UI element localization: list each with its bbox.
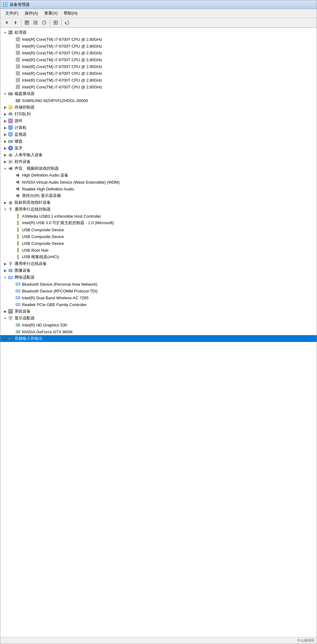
svg-rect-116: [17, 242, 19, 243]
tree-item-usb4[interactable]: USB Composite Device: [0, 233, 317, 240]
tree-item-audio4[interactable]: 英特尔(R) 显示器音频: [0, 192, 317, 199]
expander-monitor[interactable]: ▶: [3, 132, 8, 137]
tree-item-usb2[interactable]: Intel(R) USB 3.0 可扩展主机控制器 - 1.0 (Microso…: [0, 220, 317, 226]
label-usb6: USB Root Hub: [22, 248, 48, 253]
tree-item-cpu6[interactable]: Intel(R) Core(TM) i7-6700T CPU @ 2.80GHz: [0, 70, 317, 77]
tree-item-usb-ctrl[interactable]: ▾通用串行总线控制器: [0, 206, 317, 213]
tree-item-monitor[interactable]: ▶监视器: [0, 131, 317, 138]
tree-item-cpu3[interactable]: Intel(R) Core(TM) i7-6700T CPU @ 2.80GHz: [0, 49, 317, 56]
tree-item-computer[interactable]: ▶计算机: [0, 124, 317, 131]
menu-help[interactable]: 帮助(H): [61, 10, 80, 17]
tree-item-cpu1[interactable]: Intel(R) Core(TM) i7-6700T CPU @ 2.80GHz: [0, 36, 317, 43]
label-mouse: 鼠标和其他指针设备: [15, 200, 51, 205]
tree-item-disk1[interactable]: SAMSUNG MZHPV512HDGL-00000: [0, 97, 317, 104]
help-button[interactable]: ?: [40, 19, 48, 26]
expander-keyboard[interactable]: ▶: [3, 139, 8, 144]
tree-item-usb5[interactable]: USB Composite Device: [0, 240, 317, 247]
tree-item-storage[interactable]: ▶存储控制器: [0, 104, 317, 111]
expander-hid[interactable]: ▶: [3, 152, 8, 157]
tree-item-usb-bus[interactable]: ▶通用串行总线设备: [0, 260, 317, 267]
menu-view[interactable]: 查看(V): [42, 10, 60, 17]
tree-item-gpu2[interactable]: NVIDIA GeForce GTX 960M: [0, 328, 317, 335]
svg-rect-112: [17, 234, 19, 239]
svg-rect-149: [17, 297, 18, 298]
properties-button[interactable]: [23, 19, 31, 26]
device-list-button[interactable]: [32, 19, 40, 26]
update-button[interactable]: [63, 19, 71, 26]
tree-item-audio[interactable]: ▾声音、视频和游戏控制器: [0, 165, 317, 172]
tree-item-net1[interactable]: Bluetooth Device (Personal Area Network): [0, 281, 317, 288]
tree-item-usb7[interactable]: USB 根集线器(xHCI): [0, 254, 317, 260]
expander-audio[interactable]: ▾: [3, 166, 8, 171]
expander-disk-drives[interactable]: ▾: [3, 91, 8, 96]
tree-item-keyboard[interactable]: ▶键盘: [0, 138, 317, 145]
label-cpu5: Intel(R) Core(TM) i7-6700T CPU @ 2.80GHz: [22, 64, 102, 69]
back-icon: [4, 20, 9, 25]
window-icon: [3, 2, 8, 7]
svg-rect-110: [17, 228, 19, 229]
tree-item-net4[interactable]: Realtek PCIe GBE Family Controller: [0, 301, 317, 308]
tree-item-imaging[interactable]: ▶图像设备: [0, 267, 317, 274]
tree-item-hid[interactable]: ▶人体学输入设备: [0, 151, 317, 158]
tree-item-cpu2[interactable]: Intel(R) Core(TM) i7-6700T CPU @ 2.80GHz: [0, 43, 317, 49]
svg-point-130: [10, 270, 11, 271]
menu-file[interactable]: 文件(F): [3, 10, 21, 17]
svg-rect-74: [11, 140, 12, 141]
expander-firmware[interactable]: ▶: [3, 118, 8, 123]
svg-rect-32: [17, 52, 19, 54]
svg-rect-120: [17, 250, 19, 251]
expander-usb-bus[interactable]: ▶: [3, 261, 8, 266]
tree-item-cpu4[interactable]: Intel(R) Core(TM) i7-6700T CPU @ 2.80GHz: [0, 56, 317, 63]
back-button[interactable]: [3, 19, 11, 26]
expander-imaging[interactable]: ▶: [3, 268, 8, 273]
tree-item-display[interactable]: ▾显示适配器: [0, 315, 317, 322]
expander-mouse[interactable]: ▶: [3, 200, 8, 205]
tree-item-net3[interactable]: Intel(R) Dual Band Wireless-AC 7265: [0, 294, 317, 301]
tree-item-usb6[interactable]: USB Root Hub: [0, 247, 317, 254]
expander-display[interactable]: ▾: [3, 316, 8, 321]
tree-item-audio1[interactable]: High Definition Audio 设备: [0, 172, 317, 179]
tree-item-system[interactable]: ▶系统设备: [0, 308, 317, 315]
tree-item-bluetooth[interactable]: ▶B蓝牙: [0, 145, 317, 151]
expander-system[interactable]: ▶: [3, 309, 8, 314]
tree-item-processors[interactable]: ▾处理器: [0, 29, 317, 36]
tree-item-software[interactable]: ▶软件设备: [0, 158, 317, 165]
expander-network[interactable]: ▾: [3, 275, 8, 280]
svg-rect-104: [17, 215, 19, 215]
expander-print[interactable]: ▶: [3, 112, 8, 117]
tree-item-network[interactable]: ▾网络适配器: [0, 274, 317, 281]
tree-item-audio-io[interactable]: ▶音频输入和输出: [0, 335, 317, 342]
icon-disk1: [15, 98, 21, 103]
tree-item-disk-drives[interactable]: ▾磁盘驱动器: [0, 90, 317, 97]
tree-item-cpu7[interactable]: Intel(R) Core(TM) i7-6700T CPU @ 2.80GHz: [0, 77, 317, 83]
tree-item-mouse[interactable]: ▶鼠标和其他指针设备: [0, 199, 317, 206]
label-keyboard: 键盘: [15, 139, 23, 144]
tree-item-print[interactable]: ▶打印队列: [0, 111, 317, 117]
svg-point-171: [11, 337, 13, 338]
menu-action[interactable]: 操作(A): [22, 10, 41, 17]
svg-marker-91: [17, 180, 19, 184]
forward-button[interactable]: [11, 19, 19, 26]
tree-item-usb3[interactable]: USB Composite Device: [0, 226, 317, 233]
expander-software[interactable]: ▶: [3, 159, 8, 164]
label-usb5: USB Composite Device: [22, 241, 64, 246]
scan-button[interactable]: [52, 19, 60, 26]
tree-item-usb1[interactable]: ASMedia USB3.1 eXtensible Host Controlle…: [0, 213, 317, 220]
tree-item-cpu5[interactable]: Intel(R) Core(TM) i7-6700T CPU @ 2.80GHz: [0, 63, 317, 70]
expander-computer[interactable]: ▶: [3, 125, 8, 130]
icon-cpu4: [15, 57, 21, 62]
tree-item-cpu8[interactable]: Intel(R) Core(TM) i7-6700T CPU @ 2.80GHz: [0, 83, 317, 90]
label-system: 系统设备: [15, 309, 31, 314]
tree-item-gpu1[interactable]: Intel(R) HD Graphics 530: [0, 322, 317, 328]
tree-item-audio2[interactable]: NVIDIA Virtual Audio Device (Wave Extens…: [0, 179, 317, 186]
tree-item-firmware[interactable]: ▶固件: [0, 117, 317, 124]
expander-storage[interactable]: ▶: [3, 105, 8, 110]
expander-usb-ctrl[interactable]: ▾: [3, 207, 8, 212]
tree-item-net2[interactable]: Bluetooth Device (RFCOMM Protocol TDI): [0, 288, 317, 294]
expander-audio-io[interactable]: ▶: [3, 336, 8, 341]
expander-processors[interactable]: ▾: [3, 30, 8, 35]
svg-rect-90: [16, 181, 17, 183]
svg-rect-115: [17, 241, 19, 245]
tree-item-audio3[interactable]: Realtek High Definition Audio: [0, 186, 317, 192]
expander-bluetooth[interactable]: ▶: [3, 146, 8, 151]
